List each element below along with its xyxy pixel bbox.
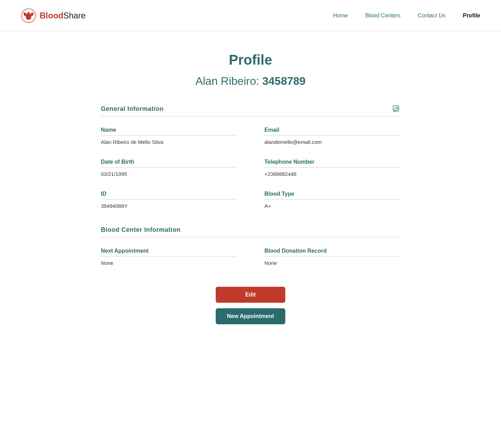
field-id: ID 39494088Y (101, 191, 237, 209)
profile-id: 3458789 (262, 75, 306, 87)
field-blood-type: Blood Type A+ (264, 191, 400, 209)
nav-home[interactable]: Home (333, 13, 348, 19)
blood-center-header: Blood Center Information (101, 226, 400, 237)
field-telephone: Telephone Number +2368682446 (264, 159, 400, 177)
nav-profile[interactable]: Profile (463, 13, 480, 19)
field-donation-record-value: None (264, 260, 400, 266)
field-next-appointment-value: None (101, 260, 237, 266)
nav-blood-centers[interactable]: Blood Centers (365, 13, 400, 19)
nav-contact-us[interactable]: Contact Us (418, 13, 445, 19)
field-dob-value: 03/21/1995 (101, 171, 237, 177)
field-donation-record-label: Blood Donation Record (264, 248, 400, 256)
blood-center-fields-grid: Next Appointment None Blood Donation Rec… (101, 248, 400, 266)
field-dob-label: Date of Birth (101, 159, 237, 168)
profile-subtitle: Alan Ribeiro: 3458789 (101, 75, 400, 88)
field-email-label: Email (264, 127, 400, 136)
logo-text: BloodShare (40, 11, 86, 21)
general-information-title: General Information (101, 105, 164, 113)
field-email: Email alandemello@email.com (264, 127, 400, 145)
field-name-value: Alan Ribeiro de Mello Silva (101, 139, 237, 145)
profile-name: Alan Ribeiro: (196, 75, 262, 87)
field-next-appointment: Next Appointment None (101, 248, 237, 266)
field-id-label: ID (101, 191, 237, 199)
logo-share: Share (63, 11, 86, 20)
field-donation-record: Blood Donation Record None (264, 248, 400, 266)
field-blood-type-label: Blood Type (264, 191, 400, 199)
page-title: Profile (101, 52, 400, 68)
blood-center-section: Blood Center Information Next Appointmen… (101, 226, 400, 266)
field-name: Name Alan Ribeiro de Mello Silva (101, 127, 237, 145)
field-telephone-label: Telephone Number (264, 159, 400, 168)
logo-blood: Blood (40, 11, 63, 20)
field-id-value: 39494088Y (101, 203, 237, 209)
buttons-area: Edit New Appointment (101, 287, 400, 324)
field-name-label: Name (101, 127, 237, 136)
field-next-appointment-label: Next Appointment (101, 248, 237, 256)
edit-icon-button[interactable] (392, 105, 400, 113)
nav-links: Home Blood Centers Contact Us Profile (333, 13, 480, 19)
logo: BloodShare (21, 8, 86, 23)
logo-icon (21, 8, 36, 23)
field-dob: Date of Birth 03/21/1995 (101, 159, 237, 177)
field-email-value: alandemello@email.com (264, 139, 400, 145)
main-content: Profile Alan Ribeiro: 3458789 General In… (94, 31, 407, 345)
field-telephone-value: +2368682446 (264, 171, 400, 177)
navbar: BloodShare Home Blood Centers Contact Us… (0, 0, 501, 31)
edit-button[interactable]: Edit (216, 287, 285, 303)
general-information-section: General Information Name Alan Ribeiro de… (101, 105, 400, 209)
field-blood-type-value: A+ (264, 203, 400, 209)
edit-pencil-icon (392, 105, 400, 113)
general-fields-grid: Name Alan Ribeiro de Mello Silva Email a… (101, 127, 400, 209)
new-appointment-button[interactable]: New Appointment (216, 308, 285, 324)
blood-center-title: Blood Center Information (101, 226, 181, 234)
general-information-header: General Information (101, 105, 400, 116)
